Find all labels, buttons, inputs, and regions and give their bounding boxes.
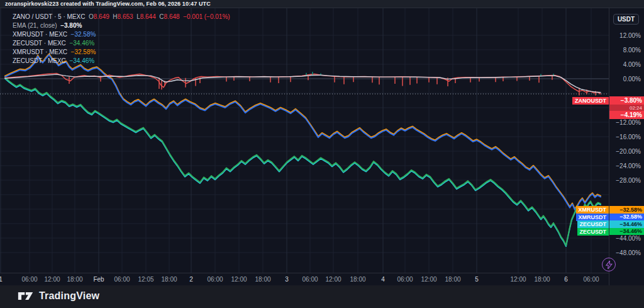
compare-scale-value-label: −32.58%	[609, 206, 644, 214]
tradingview-logo[interactable]: TradingView	[18, 289, 99, 303]
legend-row-zec-2[interactable]: ZECUSDT · MEXC −34.46%	[13, 57, 230, 66]
ohlc-h-value: 8.653	[118, 13, 133, 20]
time-tick-label: 5	[475, 276, 479, 283]
compare-value: −32.58%	[71, 48, 96, 55]
tradingview-screenshot: zoranspirkovski223 created with TradingV…	[0, 0, 644, 308]
series-name-tag: ZECUSDT	[577, 228, 609, 236]
series-name-tag: ZECUSDT	[577, 220, 609, 228]
price-tick-label: 8.00%	[623, 47, 641, 54]
series-xmrusdt-blue	[5, 55, 601, 210]
time-tick-label: 12:00	[325, 276, 341, 283]
ohlc-o-label: O	[89, 13, 94, 20]
time-tick-label: 18:00	[445, 276, 460, 283]
compare-label: XMRUSDT · MEXC	[13, 48, 67, 55]
compare-scale-value-label: −34.46%	[609, 228, 644, 236]
time-tick-label: 12:00	[231, 276, 247, 283]
price-tick-label: −12.00%	[616, 119, 641, 126]
series-zecusdt-teal	[5, 79, 601, 246]
time-tick-label: 18:00	[350, 276, 365, 283]
price-tick-label: −20.00%	[616, 148, 641, 155]
time-tick-label: 2	[189, 276, 193, 283]
ema-value: −3.80%	[60, 22, 82, 29]
chart-legend: ZANO / USDT · 5 · MEXC O8.649 H8.653 L8.…	[13, 13, 230, 66]
compare-label: ZECUSDT · MEXC	[13, 40, 66, 47]
time-tick-label: 12:00	[421, 276, 436, 283]
series-zecusdt-green	[5, 77, 601, 245]
compare-scale-value-label: −32.58%	[609, 214, 644, 221]
price-tick-label: −16.00%	[616, 134, 641, 140]
ema-label: EMA (21, close)	[13, 22, 57, 29]
time-tick-label: 1	[0, 276, 3, 283]
price-tick-label: 12.00%	[619, 32, 641, 39]
price-tick-label: −28.00%	[616, 177, 641, 184]
tradingview-logo-icon	[18, 289, 34, 303]
price-scale[interactable]: −3.80% 02:24 −4.19% 12.00%8.00%4.00%0.00…	[609, 8, 644, 285]
price-tick-label: −44.00%	[616, 235, 641, 242]
compare-label: XMRUSDT · MEXC	[13, 31, 67, 38]
ohlc-c-value: 8.648	[164, 13, 180, 20]
main-symbol: ZANO / USDT · 5 · MEXC	[13, 13, 85, 20]
series-name-tag: ZANOUSDT	[572, 97, 609, 105]
zano-price-label-block: −3.80% 02:24 −4.19%	[609, 96, 644, 119]
zano-change-value: −3.80%	[609, 96, 644, 105]
time-tick-label: 12:05	[138, 276, 153, 283]
compare-value: −34.46%	[69, 57, 94, 64]
chart-widget[interactable]: ZANOUSDTXMRUSDTXMRUSDTZECUSDTZECUSDT ZAN…	[0, 8, 644, 285]
time-tick-label: 3	[285, 276, 289, 283]
legend-row-ema[interactable]: EMA (21, close) −3.80%	[13, 21, 230, 30]
legend-row-zec-1[interactable]: ZECUSDT · MEXC −34.46%	[13, 39, 230, 48]
price-tick-label: −48.00%	[616, 249, 641, 256]
time-scale[interactable]: 106:0012:0018:00Feb06:0012:0518:00206:00…	[0, 273, 609, 285]
footer-bar: TradingView	[0, 285, 644, 308]
price-tick-label: 0.00%	[623, 76, 641, 83]
legend-row-xmr-1[interactable]: XMRUSDT · MEXC −32.58%	[13, 30, 230, 39]
ohlc-c-label: C	[159, 13, 164, 20]
time-tick-label: 6	[564, 276, 568, 283]
compare-value: −32.58%	[71, 31, 96, 38]
time-tick-label: 06:00	[397, 276, 413, 283]
legend-row-main[interactable]: ZANO / USDT · 5 · MEXC O8.649 H8.653 L8.…	[13, 13, 230, 21]
attribution-text: zoranspirkovski223 created with TradingV…	[5, 1, 211, 7]
price-tick-label: −24.00%	[616, 163, 641, 169]
compare-scale-value-label: −34.46%	[609, 220, 644, 228]
ohlc-o-value: 8.649	[94, 13, 109, 20]
time-tick-label: 06:00	[302, 276, 318, 283]
time-tick-label: 12:00	[510, 276, 526, 283]
time-tick-label: 18:00	[67, 276, 82, 283]
time-tick-label: 06:00	[114, 276, 130, 283]
ohlc-h-label: H	[113, 13, 117, 20]
zano-price-value: −4.19%	[609, 111, 644, 119]
time-tick-label: 4	[381, 276, 385, 283]
time-tick-label: 18:00	[161, 276, 177, 283]
lightning-bolt-glyph	[606, 261, 613, 269]
time-tick-label: Feb	[93, 276, 104, 283]
attribution-bar: zoranspirkovski223 created with TradingV…	[0, 0, 644, 8]
price-tick-label: 4.00%	[623, 61, 641, 68]
series-zano-ema	[5, 74, 601, 93]
boost-lightning-icon[interactable]	[602, 258, 616, 271]
compare-value: −34.46%	[69, 40, 94, 47]
time-tick-label: 12:00	[44, 276, 60, 283]
time-tick-label: 18:00	[255, 276, 270, 283]
zano-bar-countdown: 02:24	[609, 105, 644, 111]
main-change: −0.001 (−0.01%)	[183, 13, 230, 20]
compare-label: ZECUSDT · MEXC	[13, 57, 66, 64]
legend-row-xmr-2[interactable]: XMRUSDT · MEXC −32.58%	[13, 48, 230, 57]
time-tick-label: 06:00	[207, 276, 223, 283]
series-name-tag: XMRUSDT	[576, 206, 609, 214]
time-tick-label: 18:00	[534, 276, 550, 283]
currency-toggle-button[interactable]: USDT	[613, 14, 639, 25]
time-tick-label: 06:00	[21, 276, 37, 283]
tradingview-wordmark: TradingView	[39, 290, 99, 302]
time-tick-label: 06:00	[583, 276, 599, 283]
ohlc-l-value: 8.644	[140, 13, 156, 20]
series-name-tag: XMRUSDT	[576, 214, 609, 221]
